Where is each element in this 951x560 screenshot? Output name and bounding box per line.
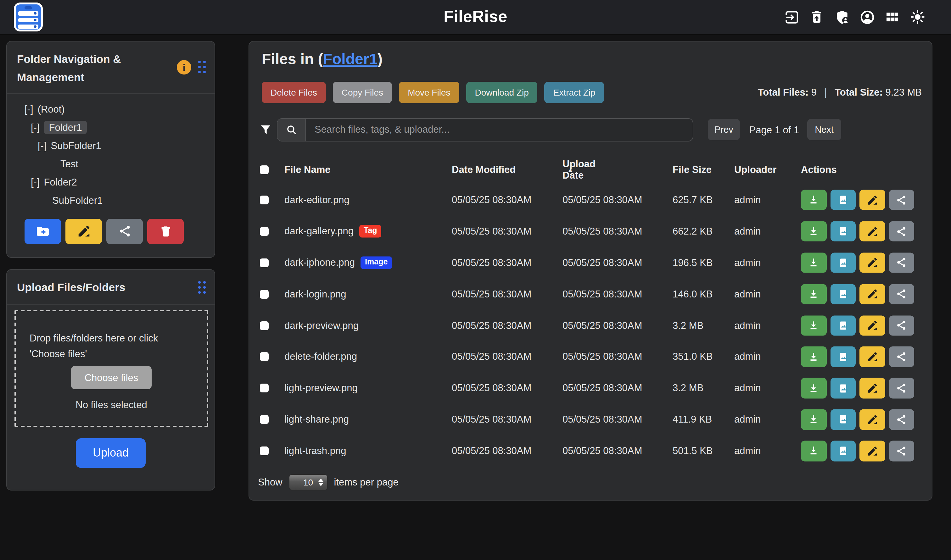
upload-button[interactable]: Upload xyxy=(76,438,146,468)
info-icon[interactable]: i xyxy=(177,60,191,74)
admin-shield-icon[interactable] xyxy=(834,9,850,25)
column-file-name[interactable]: File Name xyxy=(284,164,330,175)
tree-folder-label[interactable]: (Root) xyxy=(38,103,65,114)
preview-button[interactable] xyxy=(830,409,856,430)
copy-files-button[interactable]: Copy Files xyxy=(333,82,392,103)
download-button[interactable] xyxy=(801,315,826,336)
select-all-checkbox[interactable] xyxy=(260,165,269,174)
preview-button[interactable] xyxy=(830,221,856,242)
share-button[interactable] xyxy=(889,189,914,210)
share-button[interactable] xyxy=(889,284,914,305)
download-button[interactable] xyxy=(801,252,826,273)
tree-folder-label[interactable]: SubFolder1 xyxy=(52,195,103,205)
search-icon[interactable] xyxy=(277,118,306,140)
tree-toggle[interactable]: [-] xyxy=(31,176,40,187)
row-checkbox[interactable] xyxy=(260,384,269,393)
download-button[interactable] xyxy=(801,378,826,398)
share-button[interactable] xyxy=(889,315,914,336)
file-name[interactable]: dark-editor.png xyxy=(284,194,350,206)
tree-item-subfolder1[interactable]: [-]SubFolder1 xyxy=(7,136,214,154)
rename-folder-button[interactable] xyxy=(65,218,102,244)
share-button[interactable] xyxy=(889,378,914,398)
row-checkbox[interactable] xyxy=(260,227,269,236)
rename-button[interactable] xyxy=(860,346,885,367)
row-checkbox[interactable] xyxy=(260,321,269,330)
rename-button[interactable] xyxy=(860,441,885,461)
preview-button[interactable] xyxy=(830,284,856,305)
tree-toggle[interactable]: [-] xyxy=(25,103,33,114)
row-checkbox[interactable] xyxy=(260,446,269,455)
rename-button[interactable] xyxy=(860,284,885,305)
share-button[interactable] xyxy=(889,252,914,273)
drag-handle-icon[interactable] xyxy=(198,281,206,293)
rename-button[interactable] xyxy=(860,409,885,430)
file-name[interactable]: dark-gallery.png xyxy=(284,226,354,237)
tree-item-root[interactable]: [-](Root) xyxy=(7,100,214,118)
row-checkbox[interactable] xyxy=(260,195,269,205)
light-mode-icon[interactable] xyxy=(909,9,925,25)
share-button[interactable] xyxy=(889,346,914,367)
file-drop-zone[interactable]: Drop files/folders here or click 'Choose… xyxy=(14,310,208,427)
delete-files-button[interactable]: Delete Files xyxy=(262,82,326,103)
row-checkbox[interactable] xyxy=(260,258,269,267)
tree-folder-label[interactable]: Folder1 xyxy=(44,120,87,134)
tree-toggle[interactable]: [-] xyxy=(31,122,40,132)
share-folder-button[interactable] xyxy=(106,218,143,244)
file-name[interactable]: dark-login.png xyxy=(284,288,346,300)
create-folder-button[interactable] xyxy=(25,218,61,244)
file-name[interactable]: delete-folder.png xyxy=(284,351,357,363)
preview-button[interactable] xyxy=(830,346,856,367)
preview-button[interactable] xyxy=(830,189,856,210)
tree-folder-label[interactable]: Folder2 xyxy=(44,176,77,187)
current-folder-link[interactable]: Folder1 xyxy=(323,50,378,67)
preview-button[interactable] xyxy=(830,441,856,461)
download-button[interactable] xyxy=(801,441,826,461)
prev-page-button[interactable]: Prev xyxy=(708,119,740,140)
logout-icon[interactable] xyxy=(784,9,799,25)
column-file-size[interactable]: File Size xyxy=(673,164,712,175)
choose-files-button[interactable]: Choose files xyxy=(71,366,152,389)
download-button[interactable] xyxy=(801,284,826,305)
preview-button[interactable] xyxy=(830,378,856,398)
account-icon[interactable] xyxy=(859,9,875,25)
share-button[interactable] xyxy=(889,409,914,430)
tree-folder-label[interactable]: Test xyxy=(60,158,78,169)
download-button[interactable] xyxy=(801,346,826,367)
column-date-modified[interactable]: Date Modified xyxy=(452,164,516,175)
next-page-button[interactable]: Next xyxy=(807,119,841,140)
drag-handle-icon[interactable] xyxy=(198,61,206,73)
rename-button[interactable] xyxy=(860,221,885,242)
items-per-page-select[interactable]: 10 xyxy=(289,474,328,490)
tree-item-folder1[interactable]: [-]Folder1 xyxy=(7,118,214,136)
download-zip-button[interactable]: Download Zip xyxy=(466,82,538,103)
download-button[interactable] xyxy=(801,189,826,210)
download-button[interactable] xyxy=(801,409,826,430)
file-name[interactable]: dark-iphone.png xyxy=(284,257,355,268)
search-input[interactable] xyxy=(306,118,693,140)
filter-icon[interactable] xyxy=(259,122,273,137)
restore-trash-icon[interactable] xyxy=(809,9,825,25)
file-name[interactable]: light-share.png xyxy=(284,414,349,425)
file-name[interactable]: light-preview.png xyxy=(284,383,358,394)
grid-view-icon[interactable] xyxy=(884,9,900,25)
stepper-arrows-icon[interactable] xyxy=(318,474,324,489)
tree-item-test[interactable]: Test xyxy=(7,154,214,172)
preview-button[interactable] xyxy=(830,252,856,273)
row-checkbox[interactable] xyxy=(260,352,269,361)
rename-button[interactable] xyxy=(860,315,885,336)
row-checkbox[interactable] xyxy=(260,415,269,424)
tree-folder-label[interactable]: SubFolder1 xyxy=(51,140,101,151)
file-name[interactable]: light-trash.png xyxy=(284,445,346,457)
tree-item-folder2[interactable]: [-]Folder2 xyxy=(7,172,214,191)
delete-folder-button[interactable] xyxy=(147,218,184,244)
tree-item-subfolder1[interactable]: SubFolder1 xyxy=(7,191,214,209)
share-button[interactable] xyxy=(889,221,914,242)
file-name[interactable]: dark-preview.png xyxy=(284,320,359,331)
share-button[interactable] xyxy=(889,441,914,461)
rename-button[interactable] xyxy=(860,252,885,273)
extract-zip-button[interactable]: Extract Zip xyxy=(544,82,604,103)
download-button[interactable] xyxy=(801,221,826,242)
rename-button[interactable] xyxy=(860,189,885,210)
tree-toggle[interactable]: [-] xyxy=(38,140,46,151)
preview-button[interactable] xyxy=(830,315,856,336)
